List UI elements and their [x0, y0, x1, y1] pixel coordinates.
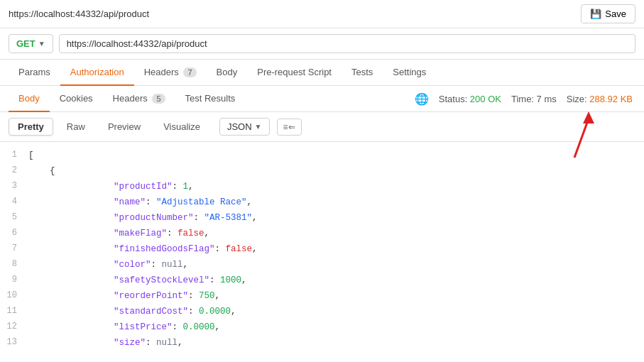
res-headers-badge: 5: [152, 94, 165, 104]
top-bar: https://localhost:44332/api/product 💾 Sa…: [0, 0, 644, 28]
top-bar-url: https://localhost:44332/api/product: [9, 9, 149, 19]
tab-headers[interactable]: Headers 7: [134, 60, 207, 86]
tab-authorization[interactable]: Authorization: [60, 60, 134, 86]
size-value: 288.92 KB: [589, 94, 633, 104]
status-text: Status: 200 OK: [439, 94, 501, 104]
pretty-label: Pretty: [18, 121, 44, 132]
json-chevron-icon: ▼: [255, 123, 262, 131]
time-text: Time: 7 ms: [511, 94, 557, 104]
visualize-button[interactable]: Visualize: [154, 118, 209, 136]
line-content: "color": null,: [28, 258, 644, 272]
url-input[interactable]: [59, 34, 635, 53]
chevron-down-icon: ▼: [38, 40, 45, 48]
res-tab-headers[interactable]: Headers 5: [103, 86, 175, 112]
code-line: 5 "productNumber": "AR-5381",: [0, 210, 644, 226]
preview-label: Preview: [108, 121, 141, 132]
raw-button[interactable]: Raw: [58, 118, 94, 136]
code-line: 11 "standardCost": 0.0000,: [0, 304, 644, 319]
line-content: "makeFlag": false,: [28, 226, 644, 241]
tab-prerequest[interactable]: Pre-request Script: [247, 60, 342, 86]
line-number: 8: [0, 258, 28, 271]
visualize-label: Visualize: [163, 121, 200, 132]
line-number: 9: [0, 273, 28, 287]
preview-button[interactable]: Preview: [99, 118, 150, 136]
size-label: Size:: [567, 94, 590, 104]
method-label: GET: [16, 38, 36, 49]
size-text: Size: 288.92 KB: [567, 94, 633, 104]
tab-headers-label: Headers: [144, 67, 179, 77]
line-content: [: [28, 148, 644, 163]
code-line: 6 "makeFlag": false,: [0, 226, 644, 241]
line-number: 1: [0, 148, 28, 162]
response-status: 🌐 Status: 200 OK Time: 7 ms Size: 288.92…: [415, 92, 635, 106]
status-value: 200 OK: [470, 94, 501, 104]
line-content: "safetyStockLevel": 1000,: [28, 273, 644, 287]
code-line: 2 {: [0, 163, 644, 179]
save-button[interactable]: 💾 Save: [581, 4, 635, 23]
tab-body-label: Body: [217, 67, 238, 77]
tab-settings-label: Settings: [393, 67, 426, 77]
tab-authorization-label: Authorization: [70, 67, 124, 77]
code-line: 12 "listPrice": 0.0000,: [0, 319, 644, 335]
json-label: JSON: [227, 121, 252, 132]
tab-tests-label: Tests: [351, 67, 373, 77]
line-content: "productId": 1,: [28, 180, 644, 194]
code-line: 13 "size": null,: [0, 335, 644, 346]
res-tab-cookies[interactable]: Cookies: [50, 86, 103, 112]
time-label: Time:: [511, 94, 537, 104]
line-number: 5: [0, 211, 28, 224]
line-content: "productNumber": "AR-5381",: [28, 211, 644, 225]
code-area[interactable]: 1[2 {3 "productId": 1,4 "name": "Adjusta…: [0, 142, 644, 346]
res-tab-headers-label: Headers: [113, 93, 148, 104]
line-number: 2: [0, 164, 28, 177]
save-icon: 💾: [590, 9, 601, 19]
headers-badge: 7: [183, 67, 196, 77]
code-line: 7 "finishedGoodsFlag": false,: [0, 241, 644, 257]
globe-icon: 🌐: [415, 92, 429, 106]
method-select[interactable]: GET ▼: [9, 34, 53, 53]
line-content: "name": "Adjustable Race",: [28, 195, 644, 209]
tab-settings[interactable]: Settings: [383, 60, 436, 86]
tab-params[interactable]: Params: [9, 60, 60, 86]
save-label: Save: [605, 9, 626, 19]
code-line: 4 "name": "Adjustable Race",: [0, 194, 644, 210]
line-number: 3: [0, 180, 28, 193]
line-number: 6: [0, 226, 28, 240]
res-tab-body-label: Body: [18, 93, 40, 104]
res-tab-testresults[interactable]: Test Results: [175, 86, 246, 112]
line-number: 12: [0, 320, 28, 334]
res-tab-body[interactable]: Body: [9, 86, 50, 112]
code-line: 8 "color": null,: [0, 257, 644, 273]
tab-tests[interactable]: Tests: [342, 60, 383, 86]
line-content: "standardCost": 0.0000,: [28, 305, 644, 319]
line-content: "listPrice": 0.0000,: [28, 320, 644, 334]
line-content: {: [28, 164, 644, 178]
status-label: Status:: [439, 94, 470, 104]
tab-params-label: Params: [18, 67, 50, 77]
pretty-button[interactable]: Pretty: [9, 118, 53, 136]
response-tabs: Body Cookies Headers 5 Test Results 🌐 St…: [0, 86, 644, 112]
res-tab-cookies-label: Cookies: [60, 93, 93, 104]
tab-prerequest-label: Pre-request Script: [257, 67, 332, 77]
code-line: 3 "productId": 1,: [0, 179, 644, 194]
request-tabs: Params Authorization Headers 7 Body Pre-…: [0, 60, 644, 86]
code-line: 1[: [0, 148, 644, 163]
line-content: "finishedGoodsFlag": false,: [28, 242, 644, 256]
res-tab-testresults-label: Test Results: [185, 93, 236, 104]
code-line: 9 "safetyStockLevel": 1000,: [0, 273, 644, 288]
line-content: "reorderPoint": 750,: [28, 289, 644, 303]
line-number: 4: [0, 195, 28, 209]
line-number: 7: [0, 242, 28, 256]
time-value: 7 ms: [537, 94, 557, 104]
code-line: 10 "reorderPoint": 750,: [0, 288, 644, 304]
tab-body[interactable]: Body: [207, 60, 248, 86]
wrap-icon: ≡⇐: [283, 122, 295, 132]
response-tabs-left: Body Cookies Headers 5 Test Results: [9, 86, 245, 111]
line-number: 13: [0, 336, 28, 346]
wrap-button[interactable]: ≡⇐: [277, 119, 302, 136]
raw-label: Raw: [67, 121, 85, 132]
json-format-select[interactable]: JSON ▼: [219, 118, 270, 136]
line-number: 10: [0, 289, 28, 302]
format-bar: Pretty Raw Preview Visualize JSON ▼ ≡⇐: [0, 112, 644, 142]
line-content: "size": null,: [28, 336, 644, 346]
